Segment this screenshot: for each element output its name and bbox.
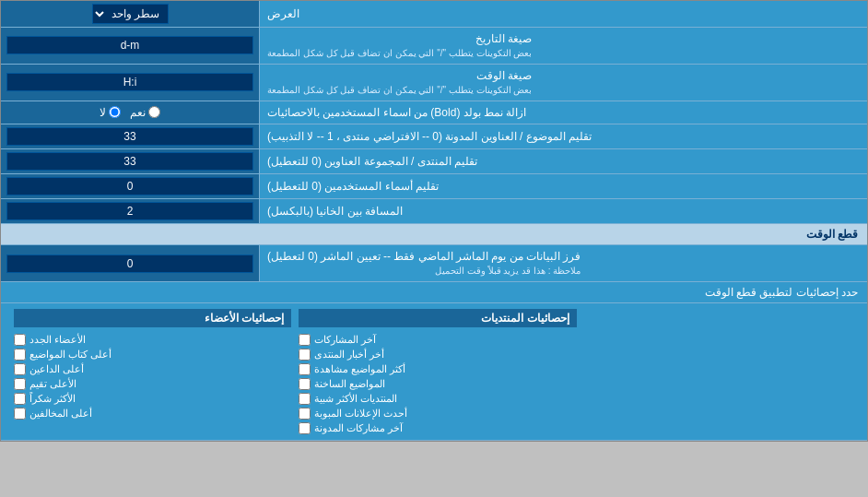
cutoff-label: فرز البيانات من يوم الماشر الماضي فقط --… <box>259 245 867 281</box>
checkboxes-section: إحصائيات المنتديات آخر المشاركات أخر أخب… <box>1 303 867 441</box>
spacing-input[interactable] <box>6 202 253 220</box>
row-date-format: صيغة التاريخ بعض التكوينات يتطلب "/" الت… <box>1 28 867 65</box>
cutoff-section-header: قطع الوقت <box>1 224 867 245</box>
forum-stats-header: إحصائيات المنتديات <box>299 309 576 327</box>
cb-most-viewed[interactable] <box>299 363 311 375</box>
topics-order-label: تقليم الموضوع / العناوين المدونة (0 -- ا… <box>259 124 867 148</box>
row-cutoff: فرز البيانات من يوم الماشر الماضي فقط --… <box>1 245 867 282</box>
spacing-label: المسافة بين الخانيا (بالبكسل) <box>259 199 867 223</box>
forum-order-input-cell <box>1 149 259 173</box>
checkbox-top-inviters: أعلى الداعين <box>14 363 291 375</box>
limit-row: حدد إحصائيات لتطبيق قطع الوقت <box>1 282 867 303</box>
member-stats-col: إحصائيات الأعضاء الأعضاء الجدد أعلى كتاب… <box>10 309 295 434</box>
cutoff-input[interactable] <box>6 254 253 273</box>
forum-stats-col: إحصائيات المنتديات آخر المشاركات أخر أخب… <box>295 309 580 434</box>
cb-top-rated[interactable] <box>14 378 26 390</box>
cb-new-members[interactable] <box>14 334 26 346</box>
date-format-input-cell <box>1 28 259 64</box>
usernames-order-input-cell <box>1 174 259 198</box>
cb-most-thanks[interactable] <box>14 393 26 405</box>
row-spacing: المسافة بين الخانيا (بالبكسل) <box>1 199 867 224</box>
display-input-cell: سطر واحد سطرين ثلاثة أسطر <box>1 1 259 27</box>
cb-most-similar[interactable] <box>299 393 311 405</box>
time-format-input-cell <box>1 65 259 101</box>
checkbox-most-similar: المنتديات الأكثر شبية <box>299 393 576 405</box>
cb-hot-topics[interactable] <box>299 378 311 390</box>
display-label: العرض <box>259 1 867 27</box>
empty-col <box>581 309 858 434</box>
cb-top-writers[interactable] <box>14 349 26 361</box>
spacing-input-cell <box>1 199 259 223</box>
cb-top-inviters[interactable] <box>14 363 26 375</box>
radio-no-label[interactable]: لا <box>100 106 121 119</box>
forum-order-input[interactable] <box>6 152 253 171</box>
cb-blog-posts[interactable] <box>299 422 311 434</box>
row-bold-remove: ازالة نمط بولد (Bold) من اسماء المستخدمي… <box>1 101 867 125</box>
cb-classifieds[interactable] <box>299 408 311 420</box>
usernames-order-label: تقليم أسماء المستخدمين (0 للتعطيل) <box>259 174 867 198</box>
date-format-input[interactable] <box>6 36 253 54</box>
row-topics-order: تقليم الموضوع / العناوين المدونة (0 -- ا… <box>1 124 867 149</box>
radio-no[interactable] <box>109 106 121 118</box>
radio-yes[interactable] <box>148 106 160 118</box>
bold-remove-radio-cell: نعم لا <box>1 101 259 124</box>
checkbox-most-viewed: أكثر المواضيع مشاهدة <box>299 363 576 375</box>
time-format-input[interactable] <box>6 73 253 91</box>
checkbox-top-rated: الأعلى تقيم <box>14 378 291 390</box>
checkbox-new-members: الأعضاء الجدد <box>14 334 291 346</box>
usernames-order-input[interactable] <box>6 177 253 195</box>
topics-order-input[interactable] <box>6 127 253 146</box>
checkbox-most-thanks: الأكثر شكراً <box>14 393 291 405</box>
topics-order-input-cell <box>1 124 259 148</box>
row-display: العرض سطر واحد سطرين ثلاثة أسطر <box>1 1 867 28</box>
checkbox-top-writers: أعلى كتاب المواضيع <box>14 349 291 361</box>
checkboxes-grid: إحصائيات المنتديات آخر المشاركات أخر أخب… <box>10 309 858 434</box>
checkbox-last-posts: آخر المشاركات <box>299 334 576 346</box>
display-select[interactable]: سطر واحد سطرين ثلاثة أسطر <box>92 4 169 24</box>
cb-forum-news[interactable] <box>299 349 311 361</box>
cb-top-violators[interactable] <box>14 408 26 420</box>
forum-order-label: تقليم المنتدى / المجموعة العناوين (0 للت… <box>259 149 867 173</box>
time-format-label: صيغة الوقت بعض التكوينات يتطلب "/" التي … <box>259 65 867 101</box>
row-time-format: صيغة الوقت بعض التكوينات يتطلب "/" التي … <box>1 65 867 101</box>
checkbox-top-violators: أعلى المخالفين <box>14 408 291 420</box>
member-stats-header: إحصائيات الأعضاء <box>14 309 291 327</box>
radio-yes-label[interactable]: نعم <box>130 106 160 119</box>
cutoff-input-cell <box>1 245 259 281</box>
date-format-label: صيغة التاريخ بعض التكوينات يتطلب "/" الت… <box>259 28 867 64</box>
checkbox-classifieds: أحدث الإعلانات المبوبة <box>299 408 576 420</box>
checkbox-blog-posts: آخر مشاركات المدونة <box>299 422 576 434</box>
bold-remove-label: ازالة نمط بولد (Bold) من اسماء المستخدمي… <box>259 101 867 124</box>
checkbox-hot-topics: المواضيع الساخنة <box>299 378 576 390</box>
cb-last-posts[interactable] <box>299 334 311 346</box>
row-usernames-order: تقليم أسماء المستخدمين (0 للتعطيل) <box>1 174 867 199</box>
row-forum-order: تقليم المنتدى / المجموعة العناوين (0 للت… <box>1 149 867 174</box>
limit-label: حدد إحصائيات لتطبيق قطع الوقت <box>1 282 867 302</box>
checkbox-forum-news: أخر أخبار المنتدى <box>299 349 576 361</box>
